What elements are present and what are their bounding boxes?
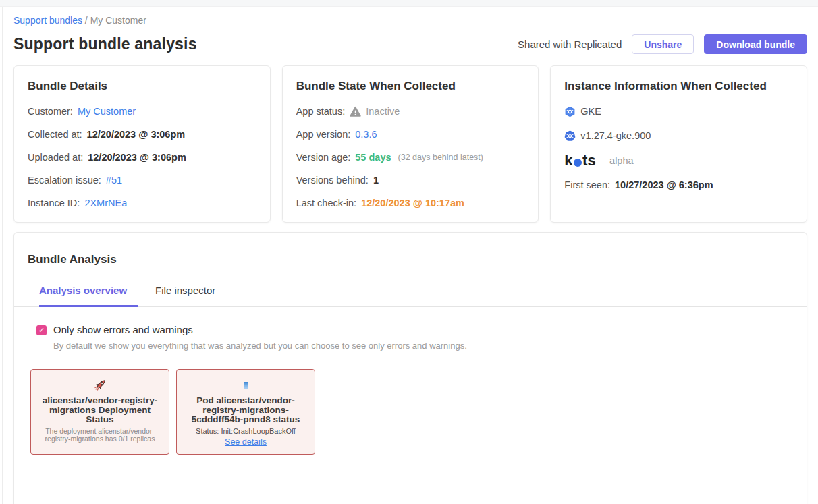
versions-behind-value: 1 xyxy=(373,173,379,188)
breadcrumb-support-bundles-link[interactable]: Support bundles xyxy=(13,15,82,26)
version-age-value: 55 days xyxy=(355,150,391,165)
kots-logo-k: k xyxy=(564,153,573,168)
header-actions: Shared with Replicated Unshare Download … xyxy=(518,34,807,54)
versions-behind-label: Versions behind: xyxy=(296,173,369,188)
main-content: Support bundles / My Customer Support bu… xyxy=(0,15,818,504)
first-seen-label: First seen: xyxy=(564,178,610,192)
filter-label[interactable]: Only show errors and warnings xyxy=(53,323,467,336)
rocket-icon xyxy=(92,377,108,393)
bundle-analysis-card: Bundle Analysis Analysis overview File i… xyxy=(13,232,807,504)
instance-id-label: Instance ID: xyxy=(28,196,80,211)
version-age-row: Version age: 55 days (32 days behind lat… xyxy=(296,150,525,165)
see-details-link[interactable]: See details xyxy=(225,437,267,447)
customer-row: Customer: My Customer xyxy=(28,105,256,119)
tab-file-inspector[interactable]: File inspector xyxy=(155,285,215,306)
unshare-button[interactable]: Unshare xyxy=(632,34,694,54)
bundle-analysis-title: Bundle Analysis xyxy=(28,253,807,267)
app-version-row: App version: 0.3.6 xyxy=(296,128,525,142)
filter-description: By default we show you everything that w… xyxy=(53,341,467,351)
bundle-details-card: Bundle Details Customer: My Customer Col… xyxy=(13,65,271,223)
escalation-issue-label: Escalation issue: xyxy=(28,173,101,188)
kots-row: kts alpha xyxy=(564,153,793,168)
breadcrumb: Support bundles / My Customer xyxy=(13,15,807,26)
escalation-issue-link[interactable]: #51 xyxy=(106,173,122,188)
gke-icon xyxy=(564,106,576,117)
distribution-row: GKE xyxy=(564,105,793,119)
version-age-label: Version age: xyxy=(296,150,351,165)
kots-logo-ts: ts xyxy=(582,153,596,168)
last-checkin-value: 12/20/2023 @ 10:17am xyxy=(361,196,464,211)
filter-text-block: Only show errors and warnings By default… xyxy=(53,323,467,351)
app-status-value: Inactive xyxy=(366,105,400,119)
instance-id-row: Instance ID: 2XMrNEa xyxy=(28,196,256,211)
k8s-version-value: v1.27.4-gke.900 xyxy=(580,129,651,143)
errors-warnings-filter: ✓ Only show errors and warnings By defau… xyxy=(36,323,807,351)
kubernetes-icon xyxy=(564,130,576,142)
info-cards-row: Bundle Details Customer: My Customer Col… xyxy=(13,65,807,223)
breadcrumb-current: My Customer xyxy=(90,15,146,26)
pod-status-card[interactable]: Pod alicenstar/vendor-registry-migration… xyxy=(176,369,315,455)
deployment-card-description: The deployment alicenstar/vendor-registr… xyxy=(36,428,163,443)
errors-warnings-checkbox[interactable]: ✓ xyxy=(36,325,47,335)
bundle-state-card: Bundle State When Collected App status: … xyxy=(282,65,539,223)
uploaded-at-row: Uploaded at: 12/20/2023 @ 3:06pm xyxy=(28,150,256,165)
app-status-label: App status: xyxy=(296,105,346,119)
instance-info-title: Instance Information When Collected xyxy=(564,80,793,93)
instance-id-link[interactable]: 2XMrNEa xyxy=(84,196,127,211)
analysis-tabs: Analysis overview File inspector xyxy=(14,285,807,307)
escalation-issue-row: Escalation issue: #51 xyxy=(28,173,256,188)
version-age-note: (32 days behind latest) xyxy=(398,150,483,165)
first-seen-row: First seen: 10/27/2023 @ 6:36pm xyxy=(564,178,793,192)
instance-info-card: Instance Information When Collected GKE xyxy=(550,65,807,223)
collected-at-value: 12/20/2023 @ 3:06pm xyxy=(87,128,186,142)
deployment-card-icon-wrap xyxy=(36,376,163,394)
share-status-text: Shared with Replicated xyxy=(518,38,622,50)
collected-at-label: Collected at: xyxy=(28,128,82,142)
pod-card-icon-wrap xyxy=(182,376,309,394)
app-version-label: App version: xyxy=(296,128,351,142)
deployment-status-card[interactable]: alicenstar/vendor-registry-migrations De… xyxy=(30,369,169,455)
distribution-value: GKE xyxy=(580,105,601,119)
kots-channel: alpha xyxy=(609,154,633,168)
collected-at-row: Collected at: 12/20/2023 @ 3:06pm xyxy=(28,128,256,142)
page-header: Support bundle analysis Shared with Repl… xyxy=(13,34,807,54)
bundle-details-title: Bundle Details xyxy=(28,80,256,93)
uploaded-at-label: Uploaded at: xyxy=(28,150,83,165)
bundle-state-title: Bundle State When Collected xyxy=(296,80,525,93)
first-seen-value: 10/27/2023 @ 6:36pm xyxy=(615,178,713,192)
broken-image-icon xyxy=(244,382,248,389)
warning-icon xyxy=(350,106,361,117)
customer-link[interactable]: My Customer xyxy=(78,105,136,119)
download-bundle-button[interactable]: Download bundle xyxy=(704,34,807,54)
versions-behind-row: Versions behind: 1 xyxy=(296,173,525,188)
uploaded-at-value: 12/20/2023 @ 3:06pm xyxy=(88,150,186,165)
analyzer-results: alicenstar/vendor-registry-migrations De… xyxy=(30,369,807,455)
top-strip xyxy=(0,0,818,7)
page-title: Support bundle analysis xyxy=(13,35,197,53)
breadcrumb-separator: / xyxy=(85,15,88,26)
deployment-card-title: alicenstar/vendor-registry-migrations De… xyxy=(36,396,163,424)
last-checkin-label: Last check-in: xyxy=(296,196,356,211)
k8s-version-row: v1.27.4-gke.900 xyxy=(564,129,793,143)
tab-analysis-overview[interactable]: Analysis overview xyxy=(39,285,138,307)
customer-label: Customer: xyxy=(28,105,73,119)
kots-logo-o-icon xyxy=(574,159,582,167)
last-checkin-row: Last check-in: 12/20/2023 @ 10:17am xyxy=(296,196,525,211)
pod-card-status: Status: Init:CrashLoopBackOff xyxy=(182,427,309,435)
kots-logo: kts xyxy=(564,153,596,168)
app-status-row: App status: Inactive xyxy=(296,105,525,119)
pod-card-title: Pod alicenstar/vendor-registry-migration… xyxy=(182,396,309,424)
app-version-link[interactable]: 0.3.6 xyxy=(355,128,377,142)
